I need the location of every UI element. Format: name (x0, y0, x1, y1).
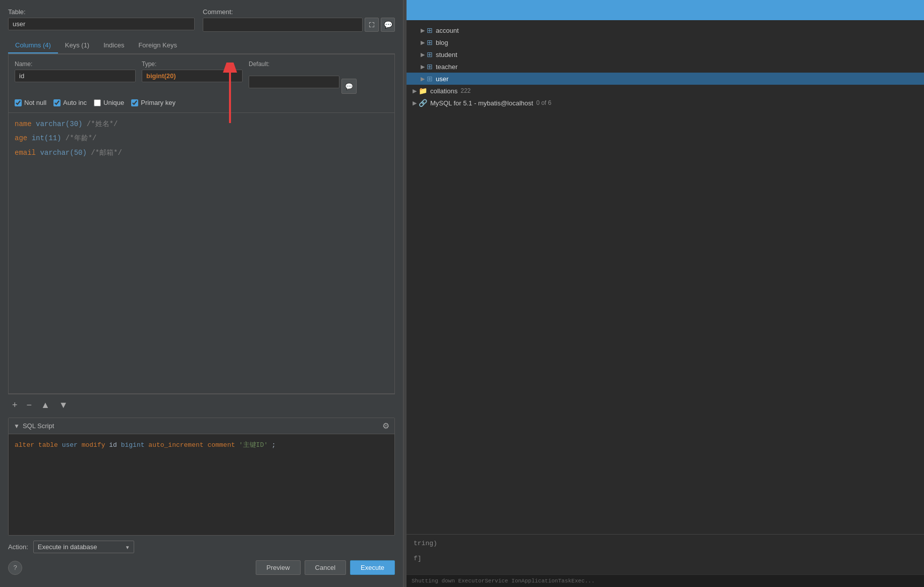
execute-button[interactable]: Execute (350, 560, 395, 575)
tree-label-teacher: teacher (436, 63, 457, 71)
toolbar-row: + − ▲ ▼ (8, 394, 395, 416)
tree-item-blog[interactable]: ▶ ⊞ blog (407, 36, 924, 48)
tree-item-student[interactable]: ▶ ⊞ student (407, 48, 924, 61)
comment-group: Comment: 💬 (203, 8, 395, 32)
column-row-age[interactable]: age int(11) /*年龄*/ (15, 131, 388, 145)
action-buttons: Preview Cancel Execute (256, 560, 395, 575)
code-line-3: f] (414, 555, 917, 562)
not-null-checkbox-label[interactable]: Not null (15, 99, 46, 106)
table-comment-row: Table: Comment: 💬 (8, 8, 395, 32)
sql-section: ▼ SQL Script ⚙ alter table user modify i… (8, 418, 395, 536)
help-button[interactable]: ? (8, 561, 22, 575)
sql-content: alter table user modify id bigint auto_i… (9, 434, 394, 535)
expand-icon (369, 22, 375, 28)
sql-section-title: SQL Script (23, 422, 54, 430)
column-row-email[interactable]: email varchar(50) /*邮箱*/ (15, 146, 388, 160)
tree-arrow-teacher: ▶ (421, 64, 425, 70)
primary-key-label: Primary key (141, 99, 176, 106)
bottom-buttons: ? Preview Cancel Execute (8, 556, 395, 579)
unique-label: Unique (103, 99, 124, 106)
tree-count-collations: 222 (460, 87, 471, 94)
sql-keyword4: auto_increment (148, 441, 203, 449)
preview-button[interactable]: Preview (256, 560, 300, 575)
not-null-label: Not null (24, 99, 46, 106)
unique-checkbox-label[interactable]: Unique (94, 99, 124, 106)
table-icon-account: ⊞ (427, 26, 433, 34)
add-column-button[interactable]: + (8, 398, 22, 412)
tree-label-mysql: MySQL for 5.1 - mybatis@localhost (430, 99, 533, 107)
sql-string-value: '主键ID' (239, 441, 268, 449)
default-label: Default: (249, 61, 357, 68)
action-row: Action: Execute in database Apply to dat… (8, 536, 395, 556)
tab-keys[interactable]: Keys (1) (58, 38, 96, 53)
columns-list: name varchar(30) /*姓名*/ age int(11) /*年龄… (8, 113, 395, 394)
unique-checkbox[interactable] (94, 99, 101, 106)
not-null-checkbox[interactable] (15, 99, 22, 106)
red-arrow-annotation (200, 63, 260, 128)
default-input[interactable] (249, 76, 339, 88)
tree-arrow-blog: ▶ (421, 39, 425, 46)
sql-collapse-button[interactable]: ▼ (14, 423, 20, 430)
status-bar: Shutting down ExecutorService IonApplica… (407, 574, 924, 587)
connection-icon-mysql: 🔗 (419, 99, 427, 107)
tree-label-user: user (436, 75, 448, 83)
primary-key-checkbox-label[interactable]: Primary key (131, 99, 176, 106)
right-top: ▶ ⊞ account ▶ ⊞ blog ▶ ⊞ student ▶ ⊞ tea… (407, 0, 924, 574)
tree-item-teacher[interactable]: ▶ ⊞ teacher (407, 61, 924, 73)
tabs-row: Columns (4) Keys (1) Indices Foreign Key… (8, 38, 395, 54)
tree-label-student: student (436, 51, 457, 58)
sql-keyword: alter (15, 441, 34, 449)
name-group: Name: (15, 61, 136, 82)
tree-label-collations: collations (430, 87, 457, 95)
table-input[interactable] (8, 18, 195, 30)
tree-item-account[interactable]: ▶ ⊞ account (407, 24, 924, 36)
comment-label: Comment: (203, 8, 395, 16)
tree-item-user[interactable]: ▶ ⊞ user (407, 73, 924, 85)
auto-inc-label: Auto inc (63, 99, 87, 106)
folder-icon-collations: 📁 (419, 87, 427, 95)
auto-inc-checkbox[interactable] (53, 99, 61, 106)
default-input-row: 💬 (249, 70, 357, 94)
tree-label-account: account (436, 27, 459, 34)
comment-input[interactable] (203, 18, 363, 32)
tab-columns[interactable]: Columns (4) (8, 38, 58, 53)
name-input[interactable] (15, 70, 136, 82)
tree-item-collations[interactable]: ▶ 📁 collations 222 (407, 85, 924, 97)
cancel-button[interactable]: Cancel (305, 560, 346, 575)
primary-key-checkbox[interactable] (131, 99, 138, 106)
sql-keyword5: comment (207, 441, 235, 449)
sql-header-left: ▼ SQL Script (14, 422, 54, 430)
sql-settings-button[interactable]: ⚙ (382, 421, 389, 431)
code-area: tring) f] (407, 534, 924, 574)
table-icon-teacher: ⊞ (427, 63, 433, 71)
default-comment-button[interactable]: 💬 (341, 79, 357, 94)
status-text: Shutting down ExecutorService IonApplica… (412, 578, 595, 584)
move-down-button[interactable]: ▼ (55, 398, 72, 412)
comment-expand-button[interactable] (365, 18, 379, 32)
tab-indices[interactable]: Indices (96, 38, 131, 53)
auto-inc-checkbox-label[interactable]: Auto inc (53, 99, 87, 106)
table-icon-blog: ⊞ (427, 38, 433, 46)
comment-input-row: 💬 (203, 18, 395, 32)
sql-keyword2: table (38, 441, 58, 449)
dialog-panel: Table: Comment: 💬 Columns (4) Keys (1) I… (0, 0, 403, 587)
action-select-wrapper: Execute in database Apply to datasource … (33, 541, 134, 553)
sql-keyword3: modify (82, 441, 105, 449)
table-label: Table: (8, 8, 195, 16)
tree-arrow-student: ▶ (421, 51, 425, 58)
tree-arrow-collations: ▶ (413, 88, 417, 94)
code-line-2 (414, 547, 917, 555)
table-group: Table: (8, 8, 195, 30)
tab-foreign-keys[interactable]: Foreign Keys (131, 38, 184, 53)
comment-chat-button[interactable]: 💬 (381, 18, 395, 32)
table-icon-student: ⊞ (427, 50, 433, 58)
code-line-1: tring) (414, 540, 917, 547)
tree-item-mysql-connection[interactable]: ▶ 🔗 MySQL for 5.1 - mybatis@localhost 0 … (407, 97, 924, 109)
tree-arrow-account: ▶ (421, 27, 425, 34)
tree-label-blog: blog (436, 39, 448, 46)
remove-column-button[interactable]: − (23, 398, 36, 412)
action-label: Action: (8, 543, 28, 551)
action-select[interactable]: Execute in database Apply to datasource … (33, 541, 134, 553)
name-label: Name: (15, 61, 136, 68)
move-up-button[interactable]: ▲ (37, 398, 54, 412)
